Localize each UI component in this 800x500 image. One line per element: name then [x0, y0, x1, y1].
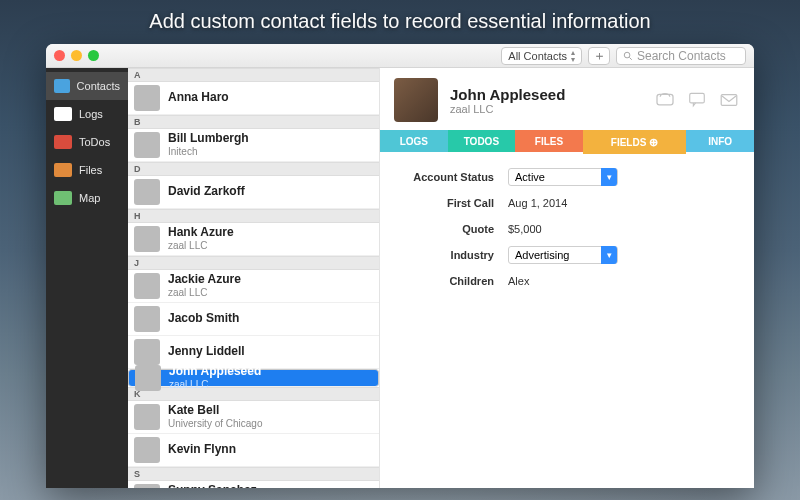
tab-fields-label: FIELDS	[611, 137, 647, 148]
avatar	[135, 365, 161, 391]
chevron-updown-icon: ▴▾	[571, 49, 575, 63]
contacts-filter-select[interactable]: All Contacts ▴▾	[501, 47, 582, 65]
contact-row-name: Hank Azure	[168, 226, 234, 240]
section-header: B	[128, 115, 379, 129]
add-contact-button[interactable]: ＋	[588, 47, 610, 65]
contact-row-name: Anna Haro	[168, 91, 229, 105]
contact-row-name: Kevin Flynn	[168, 443, 236, 457]
avatar	[394, 78, 438, 122]
custom-fields: Account Status Active ▾ First Call Aug 1…	[380, 152, 754, 306]
avatar	[134, 85, 160, 111]
sidebar-item-label: Logs	[79, 108, 103, 120]
contact-row-company: zaal LLC	[168, 240, 234, 252]
app-window: All Contacts ▴▾ ＋ Search Contacts Contac…	[46, 44, 754, 488]
map-icon	[54, 191, 72, 205]
plus-icon: ＋	[593, 47, 606, 65]
window-titlebar: All Contacts ▴▾ ＋ Search Contacts	[46, 44, 754, 68]
contact-row-company: zaal LLC	[169, 379, 261, 391]
search-input[interactable]: Search Contacts	[616, 47, 746, 65]
contact-row[interactable]: Kevin Flynn	[128, 434, 379, 467]
contact-row[interactable]: Bill LumberghInitech	[128, 129, 379, 162]
avatar	[134, 226, 160, 252]
chevron-down-icon: ▾	[601, 168, 617, 186]
first-call-value: Aug 1, 2014	[508, 197, 567, 209]
chat-icon[interactable]	[686, 91, 708, 109]
mail-icon[interactable]	[718, 91, 740, 109]
zoom-icon[interactable]	[88, 50, 99, 61]
section-header: J	[128, 256, 379, 270]
files-icon	[54, 163, 72, 177]
industry-select[interactable]: Advertising ▾	[508, 246, 618, 264]
contact-row[interactable]: Jackie Azurezaal LLC	[128, 270, 379, 303]
tab-fields[interactable]: FIELDS ⊕	[583, 130, 687, 154]
children-value: Alex	[508, 275, 529, 287]
field-label-account-status: Account Status	[398, 171, 508, 183]
contact-company: zaal LLC	[450, 103, 642, 115]
sidebar-item-label: Map	[79, 192, 100, 204]
avatar	[134, 437, 160, 463]
svg-line-1	[629, 57, 631, 59]
section-header: H	[128, 209, 379, 223]
svg-rect-3	[690, 93, 705, 102]
contact-detail: John Appleseed zaal LLC	[380, 68, 754, 488]
contact-row[interactable]: Hank Azurezaal LLC	[128, 223, 379, 256]
contact-list[interactable]: AAnna HaroBBill LumberghInitechDDavid Za…	[128, 68, 380, 488]
quote-value: $5,000	[508, 223, 542, 235]
add-field-icon[interactable]: ⊕	[649, 136, 658, 149]
contacts-filter-value: All Contacts	[508, 50, 567, 62]
sidebar-item-files[interactable]: Files	[46, 156, 128, 184]
window-controls	[54, 50, 99, 61]
sidebar-item-label: Contacts	[77, 80, 120, 92]
avatar	[134, 179, 160, 205]
avatar	[134, 404, 160, 430]
contacts-icon	[54, 79, 70, 93]
contact-row-name: David Zarkoff	[168, 185, 245, 199]
sidebar-item-label: Files	[79, 164, 102, 176]
svg-rect-2	[657, 94, 673, 104]
phone-icon[interactable]	[654, 91, 676, 109]
account-status-select[interactable]: Active ▾	[508, 168, 618, 186]
contact-row-name: Jackie Azure	[168, 273, 241, 287]
sidebar-item-contacts[interactable]: Contacts	[46, 72, 128, 100]
detail-tabs: LOGS TODOS FILES FIELDS ⊕ INFO	[380, 130, 754, 152]
todos-icon	[54, 135, 72, 149]
account-status-value: Active	[515, 171, 601, 183]
contact-row[interactable]: Jacob Smith	[128, 303, 379, 336]
sidebar-item-map[interactable]: Map	[46, 184, 128, 212]
field-label-children: Children	[398, 275, 508, 287]
tab-todos[interactable]: TODOS	[448, 130, 516, 152]
contact-row-company: University of Chicago	[168, 418, 262, 430]
search-icon	[623, 51, 633, 61]
svg-point-0	[624, 52, 630, 58]
minimize-icon[interactable]	[71, 50, 82, 61]
contact-row[interactable]: John Appleseedzaal LLC	[128, 369, 379, 387]
sidebar-item-todos[interactable]: ToDos	[46, 128, 128, 156]
avatar	[134, 484, 160, 488]
tab-logs[interactable]: LOGS	[380, 130, 448, 152]
marketing-caption: Add custom contact fields to record esse…	[0, 10, 800, 33]
contact-name: John Appleseed	[450, 86, 642, 103]
avatar	[134, 132, 160, 158]
industry-value: Advertising	[515, 249, 601, 261]
contact-row-company: zaal LLC	[168, 287, 241, 299]
sidebar-item-label: ToDos	[79, 136, 110, 148]
contact-row[interactable]: Kate BellUniversity of Chicago	[128, 401, 379, 434]
tab-info[interactable]: INFO	[686, 130, 754, 152]
avatar	[134, 339, 160, 365]
contact-row[interactable]: David Zarkoff	[128, 176, 379, 209]
avatar	[134, 306, 160, 332]
contact-row-name: John Appleseed	[169, 365, 261, 379]
contact-row[interactable]: Sunny SanchezGunners FC	[128, 481, 379, 488]
field-label-quote: Quote	[398, 223, 508, 235]
field-label-industry: Industry	[398, 249, 508, 261]
close-icon[interactable]	[54, 50, 65, 61]
contact-row-name: Bill Lumbergh	[168, 132, 249, 146]
logs-icon	[54, 107, 72, 121]
sidebar-item-logs[interactable]: Logs	[46, 100, 128, 128]
contact-row-name: Sunny Sanchez	[168, 484, 257, 488]
contact-row[interactable]: Anna Haro	[128, 82, 379, 115]
chevron-down-icon: ▾	[601, 246, 617, 264]
tab-files[interactable]: FILES	[515, 130, 583, 152]
section-header: A	[128, 68, 379, 82]
section-header: S	[128, 467, 379, 481]
